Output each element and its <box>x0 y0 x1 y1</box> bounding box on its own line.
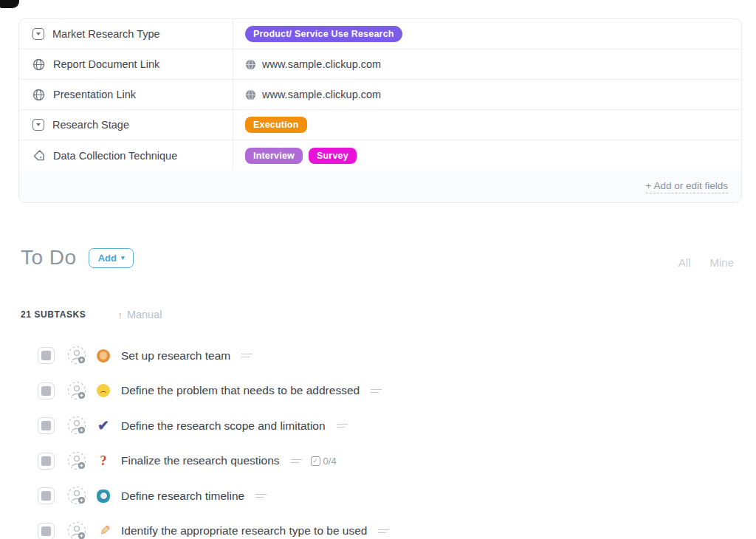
fields-footer: + Add or edit fields <box>19 171 741 202</box>
field-row-presentation-link: Presentation Link www.sample.clickup.com <box>19 80 741 110</box>
dropdown-icon <box>32 28 44 40</box>
orange-face-emoji <box>96 349 111 363</box>
confused-face-emoji <box>96 384 111 397</box>
field-label-cell[interactable]: Market Research Type <box>19 19 233 49</box>
checklist-indicator[interactable]: ✓ 0/4 <box>311 456 337 467</box>
field-value-cell[interactable]: Product/ Service Use Research <box>233 19 741 49</box>
check-mark-emoji: ✔ <box>96 417 111 434</box>
subtask-list: Set up research team Define the problem … <box>0 338 756 539</box>
subtask-row: ✔ Define the research scope and limitati… <box>0 408 756 444</box>
field-row-market-research-type: Market Research Type Product/ Service Us… <box>19 19 741 49</box>
field-label-cell[interactable]: Data Collection Technique <box>19 140 233 171</box>
timer-clock-emoji <box>96 490 111 503</box>
dropdown-icon <box>32 119 44 131</box>
report-document-link[interactable]: www.sample.clickup.com <box>262 58 381 70</box>
checklist-count: 0/4 <box>323 456 337 467</box>
field-label-cell[interactable]: Presentation Link <box>19 80 233 109</box>
subtask-status-checkbox[interactable] <box>38 487 55 504</box>
clickup-task-view: Market Research Type Product/ Service Us… <box>0 0 756 539</box>
chevron-down-icon: ▾ <box>121 254 125 261</box>
field-value-cell[interactable]: Execution <box>233 110 741 140</box>
subtask-name[interactable]: Define the research scope and limitation <box>121 419 326 433</box>
subtasks-bar: 21 SUBTASKS ↑ Manual <box>21 309 162 320</box>
subtask-status-checkbox[interactable] <box>38 453 55 470</box>
presentation-link[interactable]: www.sample.clickup.com <box>262 89 381 100</box>
writing-hand-emoji: ✎ <box>96 523 111 539</box>
window-corner <box>0 0 19 8</box>
todo-section-title: To Do <box>21 246 77 270</box>
description-icon[interactable] <box>241 352 252 360</box>
field-row-report-document-link: Report Document Link www.sample.clickup.… <box>19 49 741 80</box>
filter-all[interactable]: All <box>678 256 691 269</box>
sort-label: Manual <box>127 309 162 320</box>
subtask-name[interactable]: Set up research team <box>121 349 230 363</box>
field-label: Research Stage <box>52 119 129 131</box>
subtask-status-checkbox[interactable] <box>38 382 55 399</box>
field-label: Data Collection Technique <box>53 150 177 162</box>
sort-control[interactable]: ↑ Manual <box>117 309 162 320</box>
checklist-icon: ✓ <box>311 456 320 466</box>
subtask-name[interactable]: Finalize the research questions <box>121 454 280 467</box>
subtask-status-checkbox[interactable] <box>38 347 55 364</box>
subtask-row: Define the problem that needs to be addr… <box>0 374 756 409</box>
subtask-name[interactable]: Define research timeline <box>121 490 244 503</box>
field-value-cell[interactable]: www.sample.clickup.com <box>233 49 741 79</box>
interview-tag-badge[interactable]: Interview <box>245 148 303 164</box>
research-stage-badge[interactable]: Execution <box>245 117 307 133</box>
field-label: Market Research Type <box>52 28 160 40</box>
research-type-badge[interactable]: Product/ Service Use Research <box>245 26 402 42</box>
add-assignee-icon[interactable] <box>67 486 87 506</box>
filter-mine[interactable]: Mine <box>709 256 734 269</box>
field-label-cell[interactable]: Report Document Link <box>19 49 233 79</box>
add-assignee-icon[interactable] <box>67 521 87 539</box>
custom-fields-card: Market Research Type Product/ Service Us… <box>18 18 742 203</box>
subtask-row: ✎ Identify the appropriate research type… <box>0 514 756 539</box>
description-icon[interactable] <box>337 422 348 430</box>
description-icon[interactable] <box>291 457 302 464</box>
link-globe-icon <box>245 59 256 70</box>
field-label: Presentation Link <box>53 89 136 100</box>
sort-ascending-icon: ↑ <box>117 309 123 320</box>
subtask-row: ? Finalize the research questions ✓ 0/4 <box>0 444 756 479</box>
subtask-count-label: 21 SUBTASKS <box>21 309 86 320</box>
add-assignee-icon[interactable] <box>67 381 87 401</box>
subtask-name[interactable]: Define the problem that needs to be addr… <box>121 384 360 397</box>
field-value-cell[interactable]: www.sample.clickup.com <box>233 80 741 109</box>
add-subtask-button[interactable]: Add ▾ <box>89 248 134 268</box>
field-value-cell[interactable]: InterviewSurvey <box>233 140 741 171</box>
add-assignee-icon[interactable] <box>67 451 87 471</box>
subtask-name[interactable]: Identify the appropriate research type t… <box>121 524 367 538</box>
field-label: Report Document Link <box>53 58 159 70</box>
subtask-row: Set up research team <box>0 338 756 374</box>
field-row-data-collection-technique: Data Collection Technique InterviewSurve… <box>19 140 741 171</box>
link-globe-icon <box>245 89 256 100</box>
field-row-research-stage: Research Stage Execution <box>19 110 741 140</box>
todo-header: To Do Add ▾ <box>21 246 134 270</box>
subtask-status-checkbox[interactable] <box>38 417 55 434</box>
subtask-row: Define research timeline <box>0 478 756 514</box>
globe-icon <box>32 89 45 101</box>
add-or-edit-fields-link[interactable]: + Add or edit fields <box>646 180 728 193</box>
add-button-label: Add <box>98 253 117 264</box>
field-label-cell[interactable]: Research Stage <box>19 110 233 140</box>
tag-icon <box>32 149 45 162</box>
description-icon[interactable] <box>255 492 267 500</box>
add-assignee-icon[interactable] <box>67 346 87 365</box>
add-assignee-icon[interactable] <box>67 416 87 436</box>
assignee-filters: All Mine <box>678 256 734 269</box>
red-question-mark-emoji: ? <box>96 453 111 469</box>
description-icon[interactable] <box>371 387 382 394</box>
description-icon[interactable] <box>378 527 389 535</box>
globe-icon <box>32 58 45 71</box>
survey-tag-badge[interactable]: Survey <box>309 148 357 164</box>
subtask-status-checkbox[interactable] <box>38 523 55 539</box>
